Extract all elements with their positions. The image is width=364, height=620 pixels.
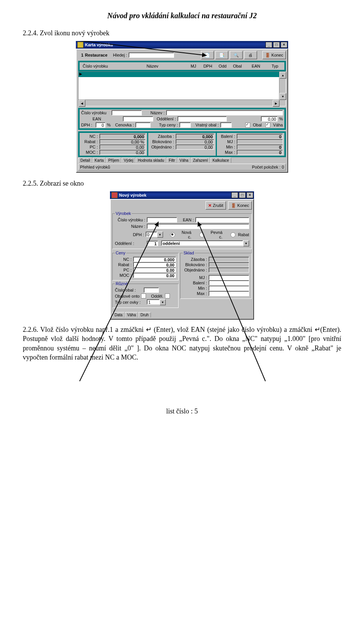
radio-pevna[interactable] [199, 232, 204, 237]
label-cenovka: Cenovka : [115, 123, 134, 127]
input-cislo-vyrobku[interactable] [147, 217, 177, 222]
document-title: Návod pro vkládání kalkulací na restaura… [23, 11, 341, 20]
horizontal-scrollbar[interactable]: ◀ ▶ [78, 99, 279, 106]
input-mj[interactable] [209, 275, 249, 280]
col-mj[interactable]: MJ [187, 63, 200, 69]
selected-row[interactable] [78, 72, 286, 77]
minimize-button[interactable]: _ [265, 42, 272, 48]
tab-zarazeni[interactable]: Zařazení [191, 158, 210, 163]
tab-prijem[interactable]: Příjem [106, 158, 121, 163]
scroll-left-button[interactable]: ◀ [78, 100, 85, 107]
input-moc[interactable]: 0.00 [133, 273, 176, 278]
group-ceny: Ceny NC :0.000 Rabat :0,00 PC :0.00 MOC … [112, 251, 179, 281]
col-odd[interactable]: Odd [215, 63, 230, 69]
chevron-down-icon[interactable]: ▼ [157, 232, 163, 238]
col-nazev[interactable]: Název [118, 63, 187, 69]
tab-data[interactable]: Data [112, 312, 125, 317]
label-moc: MOC : [81, 150, 98, 155]
tab-vydej[interactable]: Výdej [121, 158, 135, 163]
label-obalove-konto: Obalové onto [115, 294, 140, 298]
find-duplicate-button[interactable]: 📑 [215, 51, 228, 59]
label-min: Min : [183, 286, 207, 290]
scroll-right-button[interactable]: ▶ [273, 100, 279, 107]
input-nazev[interactable] [147, 224, 249, 229]
konec-button[interactable]: 🚪Konec [262, 51, 286, 59]
print-button[interactable]: 🖨 [244, 51, 257, 59]
input-ean[interactable] [123, 116, 153, 121]
label-nazev: Název : [143, 110, 165, 115]
input-oddeleni-id[interactable]: 1 [147, 241, 158, 246]
input-rabat[interactable]: 0,00 [133, 262, 176, 267]
maximize-button[interactable]: □ [273, 42, 280, 48]
search-label: Hledej : [113, 53, 127, 57]
grid-header-frame: Číslo výrobku Název MJ DPH Odd Obal EAN … [78, 61, 286, 71]
radio-rabat[interactable] [231, 232, 235, 237]
konec-button[interactable]: 🚪Konec [228, 201, 252, 210]
page-footer: list číslo : 5 [23, 407, 341, 415]
col-dph[interactable]: DPH [200, 63, 215, 69]
input-baleni[interactable] [209, 280, 249, 286]
input-nc[interactable]: 0.000 [133, 257, 176, 262]
col-typ[interactable]: Typ [267, 63, 283, 69]
input-ean[interactable] [195, 217, 249, 222]
checkbox-obalove[interactable] [141, 293, 146, 298]
close-button[interactable]: × [281, 42, 287, 48]
input-cislo-obal[interactable] [144, 287, 159, 293]
select-oddeleni[interactable]: oddeleni▼ [161, 240, 249, 246]
product-grid[interactable]: ▶ ▲ ▼ ◀ ▶ [78, 71, 286, 106]
tab-kalkulace[interactable]: Kalkulace [210, 158, 231, 163]
minimize-button[interactable]: _ [231, 192, 238, 198]
radio-nova[interactable] [170, 232, 175, 237]
app-icon [77, 42, 83, 48]
checkbox-obal[interactable] [245, 123, 250, 128]
input-max[interactable] [209, 291, 249, 296]
print-preview-button[interactable]: 🔍 [230, 51, 243, 59]
close-button[interactable]: × [246, 192, 253, 198]
window-karta-vyrobku: Karta výrobku _ □ × 1 Restaurace Hledej … [76, 41, 288, 173]
input-cislo-vyrobku[interactable] [111, 110, 142, 115]
col-ean[interactable]: EAN [245, 63, 267, 69]
scroll-up-button[interactable]: ▲ [279, 72, 286, 79]
file-icon: 📄 [205, 53, 210, 58]
value-moc: 0,00 [99, 150, 146, 155]
tab-druh[interactable]: Druh [138, 312, 151, 317]
label-cislo-obal: Číslo obal : [115, 288, 142, 292]
label-mj: MJ : [183, 275, 207, 280]
new-item-button[interactable]: 📄 [201, 51, 214, 59]
col-obal[interactable]: Obal [230, 63, 245, 69]
label-max: Max : [218, 150, 235, 155]
chevron-down-icon[interactable]: ▼ [160, 299, 166, 305]
titlebar[interactable]: Karta výrobku _ □ × [76, 41, 288, 49]
input-pc[interactable]: 0.00 [133, 267, 176, 273]
dph-value: 0 [146, 232, 157, 237]
input-vratny-obal[interactable] [220, 122, 232, 128]
search-input[interactable] [129, 52, 174, 58]
input-oddeleni[interactable] [177, 116, 227, 121]
input-nazev[interactable] [166, 110, 283, 115]
app-icon [111, 192, 118, 198]
tab-vaha[interactable]: Váha [125, 312, 138, 317]
input-cenovka[interactable] [135, 122, 151, 128]
label-max: Max : [183, 291, 207, 296]
tab-detail[interactable]: Detail [78, 158, 93, 163]
titlebar[interactable]: Nový výrobek _ □ × [110, 191, 254, 199]
tab-vaha[interactable]: Váha [177, 158, 191, 163]
scroll-down-button[interactable]: ▼ [279, 93, 286, 100]
select-dph[interactable]: 0▼ [146, 232, 163, 238]
maximize-button[interactable]: □ [239, 192, 246, 198]
input-dph[interactable]: 0 [96, 122, 105, 128]
label-baleni: Balení : [183, 281, 207, 285]
tab-karta[interactable]: Karta [93, 158, 106, 163]
select-typ-cerovky[interactable]: 1▼ [147, 299, 166, 305]
chevron-down-icon[interactable]: ▼ [243, 240, 249, 246]
input-typ-ceny[interactable] [179, 122, 191, 128]
tab-hodnota-skladu[interactable]: Hodnota skladu [135, 158, 166, 163]
detail-block: Číslo výrobku Název : EAN Oddělení : 0,0… [78, 108, 286, 130]
col-cislo[interactable]: Číslo výrobku [81, 63, 118, 69]
checkbox-oddel[interactable] [165, 293, 170, 298]
tab-filtr[interactable]: Filtr [166, 158, 177, 163]
vertical-scrollbar[interactable]: ▲ ▼ [279, 72, 286, 106]
input-min[interactable] [209, 286, 249, 291]
zrusit-button[interactable]: ✕Zrušit [206, 201, 226, 210]
checkbox-vaha[interactable] [265, 123, 270, 128]
